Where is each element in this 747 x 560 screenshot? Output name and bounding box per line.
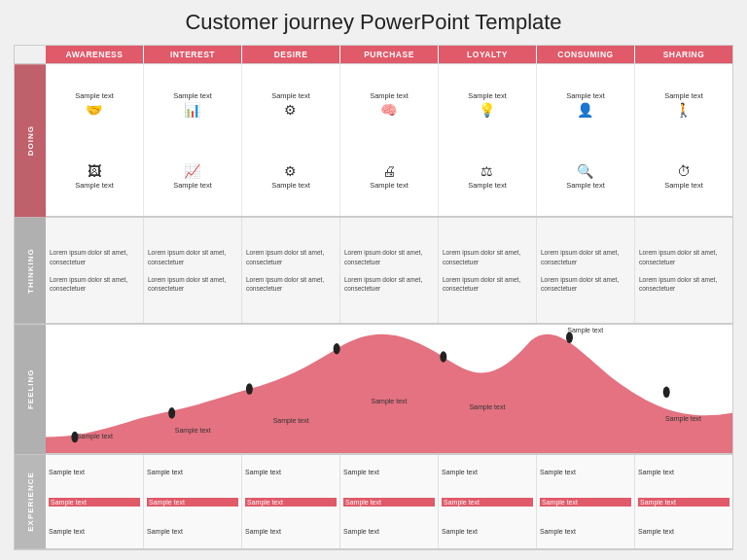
feeling-text-4: Sample text (438, 325, 536, 453)
doing-bot-group-4: ⚖ Sample text (468, 163, 507, 190)
doing-section-row: DOING Sample text 🤝 🖼 Sample text Sample… (14, 63, 733, 217)
doing-bot-text-4: Sample text (468, 181, 507, 190)
doing-bot-text-0: Sample text (75, 181, 114, 190)
exp-cell-1: Sample text Sample text Sample text (144, 455, 242, 548)
exp-text-1-2: Sample text (147, 528, 238, 535)
exp-text-6-0: Sample text (638, 469, 729, 475)
doing-top-icon-3: 🧠 (380, 102, 397, 118)
doing-bot-group-3: 🖨 Sample text (370, 163, 409, 190)
feeling-content: Sample text Sample text Sample text Samp… (46, 325, 732, 454)
lorem-0: Lorem ipsum dolor sit amet, consectetuer (50, 248, 139, 265)
doing-top-text-4: Sample text (468, 91, 507, 100)
lorem-3: Lorem ipsum dolor sit amet, consectetuer (344, 248, 434, 265)
doing-top-icon-2: ⚙ (284, 102, 297, 118)
exp-text-3-2: Sample text (343, 528, 435, 535)
feeling-text-0: Sample text (46, 325, 144, 453)
doing-bot-icon-4: ⚖ (480, 163, 493, 179)
exp-text-2-1: Sample text (245, 498, 337, 507)
doing-top-icon-4: 💡 (479, 102, 495, 118)
doing-cell-5: Sample text 👤 🔍 Sample text (537, 64, 635, 216)
col-header-2: DESIRE (242, 46, 340, 63)
doing-top-text-2: Sample text (271, 91, 310, 100)
exp-text-1-0: Sample text (147, 469, 238, 475)
lorem-0b: Lorem ipsum dolor sit amet, consectetuer (50, 275, 139, 293)
doing-bot-text-2: Sample text (271, 181, 310, 190)
exp-cell-2: Sample text Sample text Sample text (242, 455, 340, 548)
doing-bot-text-1: Sample text (173, 181, 212, 190)
doing-top-icon-5: 👤 (577, 102, 593, 118)
thinking-cell-4: Lorem ipsum dolor sit amet, consectetuer… (439, 218, 537, 323)
doing-bot-group-2: ⚙ Sample text (271, 163, 310, 190)
doing-cell-0: Sample text 🤝 🖼 Sample text (46, 64, 144, 216)
doing-bot-group-6: ⏱ Sample text (664, 163, 703, 190)
doing-top-group-6: Sample text 🚶 (664, 91, 703, 118)
doing-bot-icon-5: 🔍 (577, 163, 593, 179)
doing-bot-text-3: Sample text (370, 181, 409, 190)
lorem-1b: Lorem ipsum dolor sit amet, consectetuer (148, 275, 237, 293)
col-header-0: AWARENESS (46, 46, 144, 63)
thinking-cell-1: Lorem ipsum dolor sit amet, consectetuer… (144, 218, 242, 323)
doing-bot-icon-6: ⏱ (677, 163, 691, 179)
exp-cell-5: Sample text Sample text Sample text (537, 455, 635, 548)
doing-top-group-0: Sample text 🤝 (75, 91, 114, 118)
exp-text-4-0: Sample text (442, 469, 533, 475)
exp-cell-3: Sample text Sample text Sample text (340, 455, 439, 548)
doing-label: DOING (15, 64, 46, 217)
doing-top-text-1: Sample text (173, 91, 212, 100)
exp-text-0-0: Sample text (49, 469, 140, 475)
doing-top-icon-0: 🤝 (86, 102, 102, 118)
col-header-6: SHARING (635, 46, 732, 63)
exp-text-4-2: Sample text (442, 528, 533, 535)
page: Customer journey PowerPoint Template AWA… (0, 0, 747, 560)
lorem-4b: Lorem ipsum dolor sit amet, consectetuer (443, 275, 532, 293)
thinking-label: THINKING (15, 218, 46, 324)
exp-text-0-1: Sample text (49, 498, 140, 507)
exp-text-5-0: Sample text (540, 469, 631, 475)
feeling-text-2: Sample text (242, 325, 340, 453)
doing-bot-group-0: 🖼 Sample text (75, 163, 114, 190)
exp-text-5-2: Sample text (540, 528, 631, 535)
lorem-3b: Lorem ipsum dolor sit amet, consectetuer (344, 275, 434, 293)
doing-bot-text-6: Sample text (664, 181, 703, 190)
thinking-section-row: THINKING Lorem ipsum dolor sit amet, con… (14, 217, 733, 324)
exp-text-0-2: Sample text (49, 528, 140, 535)
lorem-4: Lorem ipsum dolor sit amet, consectetuer (443, 248, 532, 265)
lorem-6b: Lorem ipsum dolor sit amet, consectetuer (639, 275, 729, 293)
doing-top-text-5: Sample text (566, 91, 605, 100)
lorem-6: Lorem ipsum dolor sit amet, consectetuer (639, 248, 729, 265)
experience-section-row: EXPERIENCE Sample text Sample text Sampl… (14, 454, 733, 550)
doing-top-group-4: Sample text 💡 (468, 91, 507, 118)
doing-bot-icon-3: 🖨 (382, 163, 396, 179)
exp-cell-0: Sample text Sample text Sample text (46, 455, 144, 548)
exp-text-5-1: Sample text (540, 498, 631, 507)
doing-top-group-2: Sample text ⚙ (271, 91, 310, 118)
doing-cell-4: Sample text 💡 ⚖ Sample text (439, 64, 537, 216)
thinking-cell-5: Lorem ipsum dolor sit amet, consectetuer… (537, 218, 635, 323)
doing-top-icon-6: 🚶 (675, 102, 692, 118)
experience-content: Sample text Sample text Sample text Samp… (46, 455, 732, 549)
exp-text-6-1: Sample text (638, 498, 729, 507)
exp-text-3-0: Sample text (343, 469, 435, 475)
feeling-text-3: Sample text (340, 325, 439, 453)
exp-text-2-2: Sample text (245, 528, 337, 535)
doing-content: Sample text 🤝 🖼 Sample text Sample text … (46, 64, 732, 217)
doing-cell-2: Sample text ⚙ ⚙ Sample text (242, 64, 340, 216)
doing-bot-icon-2: ⚙ (284, 163, 297, 179)
col-header-3: PURCHASE (340, 46, 439, 63)
lorem-5b: Lorem ipsum dolor sit amet, consectetuer (541, 275, 630, 293)
header-label-spacer (15, 46, 46, 63)
col-header-1: INTEREST (144, 46, 242, 63)
lorem-5: Lorem ipsum dolor sit amet, consectetuer (541, 248, 630, 265)
col-header-4: LOYALTY (439, 46, 537, 63)
doing-bot-icon-0: 🖼 (88, 163, 101, 179)
feeling-label: FEELING (15, 325, 46, 454)
doing-bot-group-5: 🔍 Sample text (566, 163, 605, 190)
doing-top-icon-1: 📊 (184, 102, 200, 118)
thinking-cell-2: Lorem ipsum dolor sit amet, consectetuer… (242, 218, 340, 323)
doing-bot-text-5: Sample text (566, 181, 605, 190)
doing-bot-icon-1: 📈 (184, 163, 200, 179)
doing-top-text-0: Sample text (75, 91, 114, 100)
doing-cell-1: Sample text 📊 📈 Sample text (144, 64, 242, 216)
feeling-labels-container: Sample text Sample text Sample text Samp… (46, 325, 732, 453)
lorem-1: Lorem ipsum dolor sit amet, consectetuer (148, 248, 237, 265)
